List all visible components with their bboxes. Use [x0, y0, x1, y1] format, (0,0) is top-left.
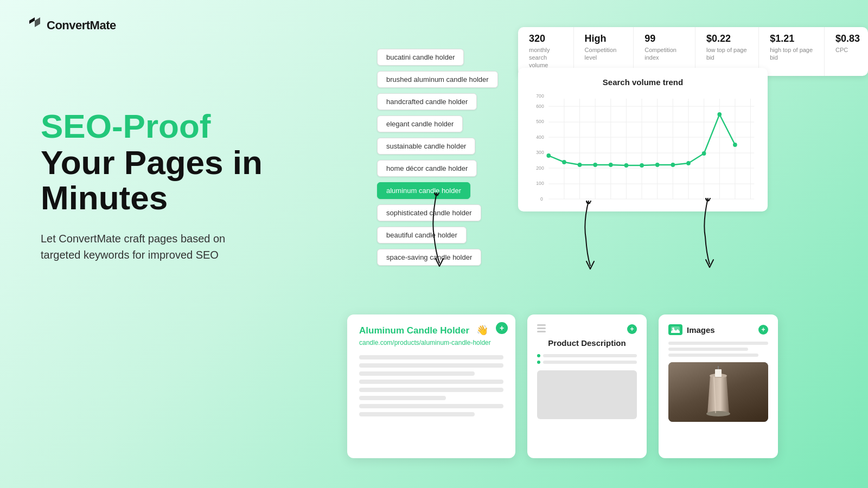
product-line-row-1: [537, 354, 637, 357]
card-product-header: +: [537, 324, 637, 334]
candle-holder-visual: [668, 362, 768, 422]
stat-high-bid: $1.21 high top of page bid: [759, 27, 825, 76]
keyword-tag-0[interactable]: bucatini candle holder: [377, 49, 464, 66]
svg-point-30: [578, 163, 582, 167]
card-page-url: candle.com/products/aluminum-candle-hold…: [359, 338, 503, 348]
keyword-tag-4[interactable]: sustainable candle holder: [377, 138, 475, 155]
images-line-2: [668, 348, 748, 351]
svg-point-60: [706, 411, 730, 416]
stat-cpc: $0.83 CPC: [825, 27, 868, 76]
product-icon-dots: [537, 324, 546, 332]
images-line-1: [668, 342, 768, 345]
hero-line2: Your Pages in Minutes: [41, 145, 355, 215]
arrow-1: [420, 192, 458, 268]
svg-text:300: 300: [536, 150, 544, 155]
card-product-actions: +: [627, 324, 637, 334]
chart-panel: Search volume trend 0 100 200 300 400 50…: [518, 68, 768, 211]
stat-value-0: 320: [529, 34, 563, 44]
content-line-8: [359, 412, 475, 416]
svg-text:100: 100: [536, 181, 544, 186]
stat-label-1: Competition level: [585, 46, 623, 62]
dot-3: [537, 331, 546, 332]
stat-value-1: High: [585, 34, 623, 44]
card-product-placeholder-img: [537, 370, 637, 419]
content-line-2: [359, 363, 503, 368]
svg-point-38: [702, 151, 706, 156]
stat-value-4: $1.21: [770, 34, 813, 44]
keyword-tag-1[interactable]: brushed aluminum candle holder: [377, 71, 498, 88]
stat-value-3: $0.22: [706, 34, 748, 44]
stat-label-4: high top of page bid: [770, 46, 813, 62]
product-line-row-2: [537, 361, 637, 364]
hero-subtitle: Let ConvertMate craft pages based on tar…: [41, 230, 355, 263]
header: ConvertMate: [27, 16, 116, 35]
dot-2: [537, 328, 546, 329]
svg-point-29: [562, 160, 566, 164]
card-page: Aluminum Candle Holder 👋 + candle.com/pr…: [347, 314, 515, 458]
content-line-7: [359, 404, 503, 408]
chart-title: Search volume trend: [529, 78, 757, 87]
card-product: + Product Description: [527, 314, 647, 458]
card-images-title: Images: [687, 325, 715, 335]
svg-text:400: 400: [536, 134, 544, 140]
svg-point-36: [671, 163, 675, 167]
card-page-content-lines: [359, 355, 503, 416]
card-images-header: Images +: [668, 324, 768, 335]
svg-point-35: [655, 163, 660, 167]
card-product-lines: [537, 354, 637, 364]
keyword-tag-3[interactable]: elegant candle holder: [377, 115, 463, 132]
dot-1: [537, 324, 546, 326]
svg-rect-61: [715, 369, 722, 377]
arrow-3: [689, 198, 727, 271]
product-bar-1: [543, 354, 637, 357]
content-line-6: [359, 396, 446, 400]
card-images-plus[interactable]: +: [758, 325, 768, 335]
search-volume-chart: 0 100 200 300 400 500 600 700: [529, 93, 757, 202]
keyword-tag-5[interactable]: home décor candle holder: [377, 160, 477, 177]
logo-text: ConvertMate: [47, 18, 116, 33]
stat-value-5: $0.83: [835, 34, 857, 44]
svg-point-31: [593, 163, 597, 167]
svg-point-32: [609, 163, 613, 167]
stat-label-0: monthly searchvolume: [529, 46, 563, 69]
svg-text:600: 600: [536, 104, 544, 109]
arrow-2: [570, 201, 608, 271]
stat-label-3: low top of page bid: [706, 46, 748, 62]
svg-text:500: 500: [536, 119, 544, 124]
svg-text:200: 200: [536, 165, 544, 171]
svg-point-39: [717, 112, 722, 117]
images-icon-box: [668, 324, 682, 335]
wave-hand-icon: 👋: [476, 324, 488, 336]
keyword-tag-2[interactable]: handcrafted candle holder: [377, 93, 477, 110]
svg-text:700: 700: [536, 93, 544, 99]
content-line-4: [359, 380, 503, 384]
stat-label-5: CPC: [835, 46, 857, 54]
svg-point-40: [733, 143, 737, 147]
svg-text:0: 0: [540, 196, 543, 202]
hero-line1: SEO-Proof: [41, 108, 355, 144]
svg-point-34: [640, 163, 644, 168]
logo-icon: [27, 16, 42, 35]
svg-point-28: [546, 153, 551, 158]
card-page-plus[interactable]: +: [496, 322, 508, 334]
product-bar-2: [543, 361, 637, 364]
content-line-5: [359, 388, 503, 392]
card-images-lines: [668, 342, 768, 357]
content-line-1: [359, 355, 503, 359]
image-icon: [671, 326, 680, 333]
card-product-title: Product Description: [537, 338, 637, 348]
cards-row: Aluminum Candle Holder 👋 + candle.com/pr…: [347, 314, 778, 458]
candle-holder-svg: [697, 365, 740, 419]
bullet-2: [537, 361, 540, 364]
card-product-plus[interactable]: +: [627, 324, 637, 334]
hero-section: SEO-Proof Your Pages in Minutes Let Conv…: [41, 108, 355, 263]
svg-point-37: [686, 161, 691, 165]
stat-label-2: Competition index: [644, 46, 684, 62]
svg-point-33: [624, 163, 629, 168]
images-line-3: [668, 354, 758, 357]
card-images: Images +: [659, 314, 778, 458]
stat-value-2: 99: [644, 34, 684, 44]
candle-holder-image: [668, 362, 768, 422]
bullet-1: [537, 354, 540, 357]
content-line-3: [359, 371, 475, 376]
